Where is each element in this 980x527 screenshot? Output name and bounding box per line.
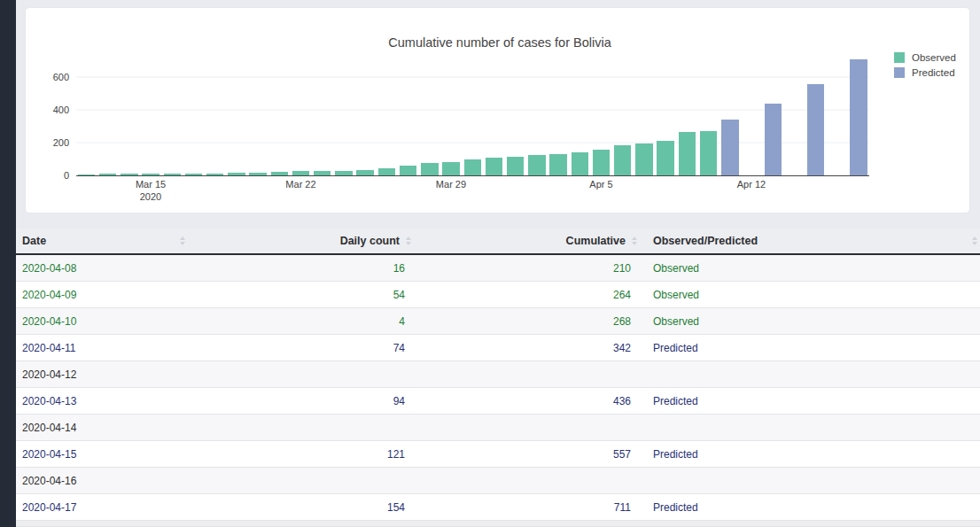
bar-observed xyxy=(657,141,673,175)
cell-observed-predicted: Predicted xyxy=(640,441,980,467)
cell-cumulative xyxy=(414,415,640,440)
cell-daily-count: 54 xyxy=(188,282,414,307)
app-sidebar xyxy=(0,0,16,527)
cell-daily-count: 94 xyxy=(188,388,414,414)
bar-predicted xyxy=(850,59,867,176)
bar-observed xyxy=(700,131,717,175)
cell-cumulative: 210 xyxy=(414,255,640,281)
bar-predicted xyxy=(765,104,782,175)
y-tick-label: 0 xyxy=(64,170,69,181)
cell-observed-predicted: Predicted xyxy=(640,335,980,360)
bar-observed xyxy=(572,152,588,175)
cell-observed-predicted: Observed xyxy=(640,255,980,281)
cell-observed-predicted xyxy=(640,415,980,440)
table-row: 2020-04-0816210Observed xyxy=(16,255,980,282)
cell-date: 2020-04-08 xyxy=(16,255,188,281)
bar-observed xyxy=(400,166,416,175)
cell-daily-count xyxy=(188,468,414,493)
bar-observed xyxy=(635,143,652,175)
bar-observed xyxy=(528,155,545,175)
column-header-date[interactable]: Date xyxy=(16,229,188,253)
cell-daily-count xyxy=(188,361,414,387)
column-header-daily-count[interactable]: Daily count xyxy=(188,229,414,253)
bar-observed xyxy=(271,172,288,175)
cell-daily-count: 154 xyxy=(188,494,414,520)
bar-predicted xyxy=(807,84,824,175)
table-row: 2020-04-12 xyxy=(16,361,980,388)
cell-daily-count: 74 xyxy=(188,335,414,360)
bar-observed xyxy=(486,158,502,175)
cell-date: 2020-04-17 xyxy=(16,494,188,520)
x-tick-label: Mar 15 xyxy=(136,179,166,190)
table-row: 2020-04-17154711Predicted xyxy=(16,494,980,521)
x-tick-label: Apr 5 xyxy=(589,179,612,190)
cell-observed-predicted: Observed xyxy=(640,282,980,307)
table-row: 2020-04-16 xyxy=(16,468,980,494)
bar-observed xyxy=(549,154,566,175)
bar-observed xyxy=(292,171,309,175)
sort-icon[interactable] xyxy=(406,236,411,245)
sort-icon[interactable] xyxy=(972,236,977,245)
bar-observed xyxy=(378,168,395,175)
column-header-label: Observed/Predicted xyxy=(653,235,758,247)
cell-date: 2020-04-14 xyxy=(16,415,188,440)
legend-item-observed[interactable]: Observed xyxy=(894,52,956,63)
cell-cumulative: 264 xyxy=(414,282,640,307)
bar-observed xyxy=(356,170,373,175)
y-tick-label: 600 xyxy=(53,72,69,82)
bar-observed xyxy=(335,171,352,175)
table-row: 2020-04-1394436Predicted xyxy=(16,388,980,415)
column-header-label: Cumulative xyxy=(566,235,626,247)
cell-cumulative: 342 xyxy=(414,335,640,360)
x-tick-year-label: 2020 xyxy=(140,191,161,202)
cell-date: 2020-04-10 xyxy=(16,308,188,334)
cell-date: 2020-04-16 xyxy=(16,468,188,493)
sort-icon[interactable] xyxy=(180,236,185,245)
cell-cumulative: 557 xyxy=(414,441,640,467)
bar-observed xyxy=(679,132,696,175)
table-row: 2020-04-14 xyxy=(16,415,980,441)
column-header-label: Daily count xyxy=(340,235,400,247)
y-tick-label: 200 xyxy=(53,137,69,148)
table-row-partial xyxy=(16,521,980,527)
cell-daily-count: 121 xyxy=(188,441,414,467)
cell-daily-count xyxy=(188,415,414,440)
cell-cumulative xyxy=(414,468,640,493)
cell-cumulative: 268 xyxy=(414,308,640,334)
column-header-cumulative[interactable]: Cumulative xyxy=(414,229,640,253)
cell-cumulative: 711 xyxy=(414,494,640,520)
cell-observed-predicted xyxy=(640,361,980,387)
legend-swatch-predicted xyxy=(894,67,905,78)
cell-daily-count: 16 xyxy=(188,255,414,281)
cell-date: 2020-04-12 xyxy=(16,361,188,387)
table-header: Date Daily count Cumulative Observed/Pre… xyxy=(16,229,980,255)
legend-swatch-observed xyxy=(894,52,905,63)
x-tick-label: Mar 22 xyxy=(285,179,315,190)
cell-observed-predicted: Observed xyxy=(640,308,980,334)
data-table: Date Daily count Cumulative Observed/Pre… xyxy=(16,229,980,527)
legend-label: Predicted xyxy=(912,67,955,78)
bar-observed xyxy=(314,171,331,175)
cell-observed-predicted: Predicted xyxy=(640,494,980,520)
bar-observed xyxy=(507,157,524,175)
bar-observed xyxy=(249,173,266,176)
cell-date: 2020-04-11 xyxy=(16,335,188,360)
bar-observed xyxy=(593,150,610,175)
table-row: 2020-04-0954264Observed xyxy=(16,282,980,308)
column-header-observed-predicted[interactable]: Observed/Predicted xyxy=(640,229,980,253)
legend-item-predicted[interactable]: Predicted xyxy=(894,67,955,78)
sort-icon[interactable] xyxy=(632,236,637,245)
x-tick-label: Apr 12 xyxy=(737,179,766,190)
cell-date: 2020-04-13 xyxy=(16,388,188,414)
cell-daily-count: 4 xyxy=(188,308,414,334)
legend-label: Observed xyxy=(912,52,956,63)
y-tick-label: 400 xyxy=(53,105,69,115)
bar-observed xyxy=(442,162,459,175)
x-tick-label: Mar 29 xyxy=(436,179,466,190)
bar-observed xyxy=(614,145,631,175)
chart-canvas[interactable]: 0200400600Mar 152020Mar 22Mar 29Apr 5Apr… xyxy=(26,8,969,213)
cell-date: 2020-04-09 xyxy=(16,282,188,307)
cell-observed-predicted: Predicted xyxy=(640,388,980,414)
chart-title: Cumulative number of cases for Bolivia xyxy=(388,35,611,50)
cell-cumulative xyxy=(414,361,640,387)
